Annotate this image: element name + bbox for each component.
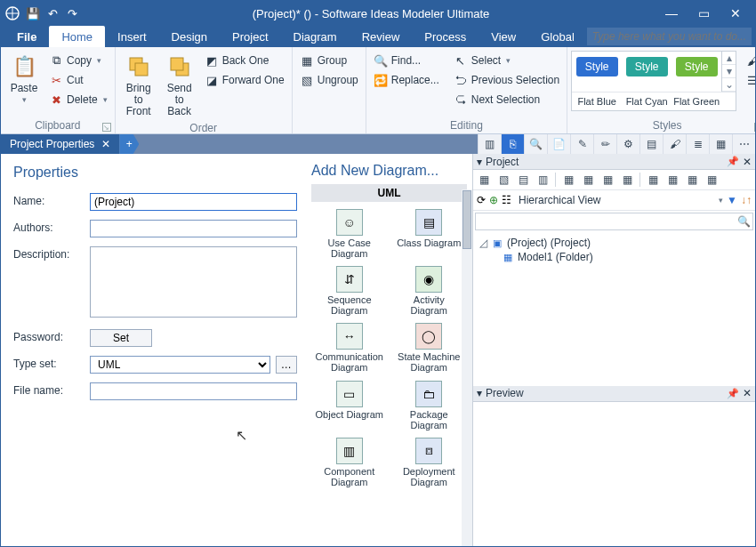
tab-process[interactable]: Process — [412, 26, 479, 47]
project-search-icon[interactable]: 🔍 — [735, 215, 752, 228]
preview-panel-expand-icon[interactable]: ▾ — [477, 387, 482, 399]
ptb-9[interactable]: ▦ — [644, 172, 662, 188]
ptb-6[interactable]: ▦ — [579, 172, 597, 188]
project-panel-pin-icon[interactable]: 📌 — [727, 156, 739, 167]
close-button[interactable]: ✕ — [720, 1, 752, 26]
doc-tab-project-properties[interactable]: Project Properties ✕ — [1, 134, 119, 154]
cut-button[interactable]: ✂Cut — [45, 70, 111, 90]
preview-panel-pin-icon[interactable]: 📌 — [727, 388, 739, 399]
ti-9[interactable]: 🖌 — [663, 134, 686, 154]
new-item-icon[interactable]: ⊕ — [489, 194, 498, 206]
tab-global[interactable]: Global — [528, 26, 587, 47]
ti-10[interactable]: ≣ — [686, 134, 709, 154]
tab-view[interactable]: View — [479, 26, 528, 47]
ptb-5[interactable]: ▦ — [559, 172, 577, 188]
previous-selection-button[interactable]: ⮌Previous Selection — [450, 70, 563, 90]
ptb-add[interactable]: ▧ — [495, 172, 512, 188]
diag-sequence[interactable]: ⇵Sequence Diagram — [313, 264, 386, 318]
ti-3[interactable]: 🔍 — [524, 134, 547, 154]
ptb-10[interactable]: ▦ — [664, 172, 681, 188]
style-flat-blue[interactable]: Style — [572, 52, 622, 82]
name-input[interactable] — [90, 193, 297, 211]
style-flat-cyan[interactable]: Style — [622, 52, 672, 82]
diagram-list-scrollbar[interactable] — [462, 189, 472, 547]
minimize-button[interactable]: — — [655, 1, 688, 26]
ti-5[interactable]: ✎ — [570, 134, 593, 154]
project-search-input[interactable] — [476, 213, 735, 229]
gallery-more-icon[interactable]: ⌄ — [722, 78, 736, 92]
command-search-input[interactable] — [587, 28, 752, 45]
diag-use-case[interactable]: ☺Use Case Diagram — [313, 207, 386, 261]
maximize-button[interactable]: ▭ — [688, 1, 720, 26]
ptb-4[interactable]: ▥ — [534, 172, 551, 188]
send-to-back-button[interactable]: Send to Back — [160, 51, 199, 120]
close-doc-tab-icon[interactable]: ✕ — [101, 138, 110, 150]
project-tree[interactable]: ◿ ▣ (Project) (Project) ▦ Model1 (Folder… — [473, 232, 755, 386]
ptb-7[interactable]: ▦ — [599, 172, 616, 188]
view-mode-icon[interactable]: ☷ — [502, 194, 511, 206]
group-button[interactable]: ▦Group — [296, 51, 362, 70]
diag-object[interactable]: ▭Object Diagram — [313, 379, 386, 432]
ti-11[interactable]: ▦ — [709, 134, 732, 154]
ptb-8[interactable]: ▦ — [618, 172, 636, 188]
diag-class[interactable]: ▤Class Diagram — [393, 207, 466, 261]
clipboard-launcher[interactable]: ↘ — [102, 123, 111, 132]
project-panel-close-icon[interactable]: ✕ — [743, 156, 752, 168]
filename-input[interactable] — [90, 382, 297, 400]
next-selection-button[interactable]: ⮎Next Selection — [450, 90, 563, 109]
paste-button[interactable]: 📋 Paste ▾ — [4, 51, 44, 107]
copy-button[interactable]: ⧉Copy▾ — [45, 51, 111, 70]
project-panel-expand-icon[interactable]: ▾ — [477, 156, 482, 168]
authors-input[interactable] — [90, 220, 297, 237]
view-mode-caret-icon[interactable]: ▾ — [719, 196, 723, 205]
diag-package[interactable]: 🗀Package Diagram — [393, 379, 466, 432]
add-doc-tab-button[interactable]: + — [119, 134, 139, 154]
tab-design[interactable]: Design — [159, 26, 220, 47]
tab-project[interactable]: Project — [220, 26, 280, 47]
description-input[interactable] — [90, 246, 297, 318]
ti-6[interactable]: ✏ — [593, 134, 616, 154]
typeset-select[interactable]: UML — [90, 356, 270, 374]
ti-12[interactable]: ⋯ — [732, 134, 755, 154]
ti-4[interactable]: 📄 — [547, 134, 570, 154]
back-one-button[interactable]: ◩Back One — [201, 51, 288, 70]
undo-icon[interactable]: ↶ — [45, 6, 60, 20]
ti-7[interactable]: ⚙ — [616, 134, 639, 154]
diag-state-machine[interactable]: ◯State Machine Diagram — [393, 321, 466, 374]
tree-expand-icon[interactable]: ◿ — [479, 237, 487, 249]
bring-to-front-button[interactable]: Bring to Front — [119, 51, 158, 120]
ptb-12[interactable]: ▦ — [703, 172, 720, 188]
gallery-down-icon[interactable]: ▾ — [722, 65, 736, 78]
tree-root[interactable]: ◿ ▣ (Project) (Project) — [479, 236, 750, 250]
save-icon[interactable]: 💾 — [26, 6, 40, 20]
tree-child-model1[interactable]: ▦ Model1 (Folder) — [479, 250, 750, 264]
tab-diagram[interactable]: Diagram — [281, 26, 350, 47]
sort-icon[interactable]: ↓↑ — [741, 194, 752, 206]
ptb-3[interactable]: ▤ — [514, 172, 532, 188]
diag-component[interactable]: ▥Component Diagram — [313, 436, 386, 489]
ribbon-collapse-icon[interactable] — [739, 119, 752, 132]
find-button[interactable]: 🔍Find... — [370, 51, 443, 70]
select-button[interactable]: ↖Select▾ — [450, 51, 563, 70]
replace-button[interactable]: 🔁Replace... — [370, 70, 443, 90]
diag-activity[interactable]: ◉Activity Diagram — [393, 264, 466, 318]
gallery-up-icon[interactable]: ▴ — [722, 52, 736, 65]
style-gallery[interactable]: Style Style Style ▴▾⌄ Flat Blue Flat Cya… — [571, 51, 736, 111]
style-settings-button[interactable]: ☰ — [742, 70, 756, 90]
preview-panel-close-icon[interactable]: ✕ — [743, 387, 752, 399]
ungroup-button[interactable]: ▧Ungroup — [296, 70, 362, 90]
filter-icon[interactable]: ▼ — [727, 194, 737, 206]
tab-review[interactable]: Review — [350, 26, 413, 47]
forward-one-button[interactable]: ◪Forward One — [201, 70, 288, 90]
set-password-button[interactable]: Set — [90, 329, 152, 347]
ptb-11[interactable]: ▦ — [683, 172, 701, 188]
view-mode-combo[interactable]: Hierarchical View — [515, 192, 715, 208]
tab-insert[interactable]: Insert — [105, 26, 159, 47]
ti-2[interactable]: ⎘ — [501, 134, 524, 154]
ptb-new[interactable]: ▦ — [475, 172, 493, 188]
typeset-browse-button[interactable]: … — [276, 356, 297, 374]
ti-8[interactable]: ▤ — [639, 134, 663, 154]
style-flat-green[interactable]: Style — [672, 52, 721, 82]
refresh-icon[interactable]: ⟳ — [477, 194, 486, 206]
tab-file[interactable]: File — [4, 26, 49, 47]
